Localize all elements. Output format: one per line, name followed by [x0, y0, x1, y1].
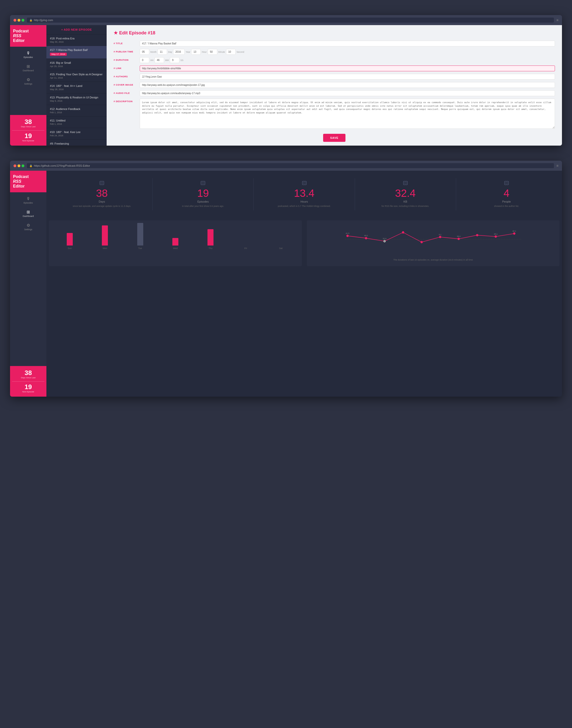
- episode-item[interactable]: #12: Audience Feedback Feb 1, 2016: [47, 105, 106, 117]
- settings-icon-2: ⚙: [26, 223, 30, 227]
- episode-item[interactable]: #15: Finding Your Own Style as A Designe…: [47, 70, 106, 82]
- episode-title: #11: Untitled: [50, 119, 103, 122]
- publish-month-input[interactable]: [140, 49, 149, 55]
- window-controls-2: [13, 164, 24, 167]
- sidebar-stats-1: 38 Days Since Last 19 Next Episode: [10, 115, 47, 146]
- episode-item[interactable]: #14: 180° · feat. H++ Land May 28, 2016: [47, 82, 106, 93]
- stat-card-title: Episodes: [156, 200, 249, 203]
- nav-settings-label: Settings: [24, 83, 32, 85]
- hour-unit-label: Hour: [202, 51, 207, 53]
- browser-menu-icon-2[interactable]: ≡: [557, 164, 559, 168]
- url-text-1: http://jjying.com: [34, 18, 53, 21]
- bar-group-mon: Mon: [89, 220, 121, 250]
- line-chart-desc: The durations of last 10 episodes vs. av…: [312, 259, 555, 261]
- bar-group-thu: Thu: [195, 220, 226, 250]
- nav-episodes[interactable]: 🎙 Episodes: [11, 49, 46, 61]
- svg-rect-1: [101, 182, 103, 184]
- sidebar-nav: 🎙 Episodes ⊞ Dashboard ⚙ Settings: [10, 47, 47, 90]
- app-layout-2: Podcast RSS Editor 🎙 Episodes ⊞ Dashboar…: [10, 171, 562, 397]
- browser-menu-icon[interactable]: ≡: [557, 18, 559, 22]
- brand-logo[interactable]: Podcast RSS Editor: [10, 25, 47, 47]
- nav-settings-2[interactable]: ⚙ Settings: [11, 221, 46, 233]
- duration-h-input[interactable]: [140, 57, 149, 63]
- mm-unit-label: MM: [165, 59, 169, 62]
- minimize-dot-2[interactable]: [17, 164, 20, 167]
- episode-date: Feb 1, 2016: [50, 111, 103, 114]
- minimize-dot[interactable]: [17, 19, 20, 21]
- line-chart-svg: 41.549.252.60.138.435.142.1: [312, 225, 555, 256]
- dashboard-icon-2: ⊞: [26, 210, 30, 214]
- nav-episodes-2[interactable]: 🎙 Episodes: [11, 194, 46, 207]
- link-input[interactable]: [140, 66, 555, 71]
- maximize-dot[interactable]: [21, 19, 24, 21]
- save-button[interactable]: SAVE: [323, 134, 346, 142]
- publish-day-input[interactable]: [157, 49, 167, 55]
- stat-card-number: 32.4: [359, 188, 452, 199]
- brand-text-2: Podcast RSS Editor: [13, 174, 44, 189]
- episodes-icon-2: 🎙: [26, 197, 30, 201]
- form-row-cover: # COVER IMAGE: [114, 82, 555, 88]
- address-bar-2[interactable]: 🔒 https://github.com/JJYing/Podcast-RSS-…: [27, 163, 554, 168]
- close-dot[interactable]: [13, 19, 16, 21]
- maximize-dot-2[interactable]: [21, 164, 24, 167]
- bar-day-label: Sun: [68, 247, 72, 250]
- stat-card-title: People: [460, 200, 553, 203]
- stat-card-people: 4 People showed in the author list.: [456, 178, 557, 210]
- add-episode-button[interactable]: + ADD NEW EPISODE: [47, 25, 106, 35]
- episode-item[interactable]: #9: Freelancing April 1, 2016: [47, 140, 106, 146]
- edit-panel-title: ★ Edit Episode #18: [114, 30, 555, 36]
- browser-window-2: 🔒 https://github.com/JJYing/Podcast-RSS-…: [10, 161, 562, 397]
- episode-item[interactable]: #13: Physicality & Realism in UI Design …: [47, 93, 106, 105]
- episode-item[interactable]: #18: Post-retina Era May 30, 2016: [47, 35, 106, 46]
- authors-input[interactable]: [140, 74, 555, 80]
- stat-card-icon: [56, 181, 148, 186]
- stat-card-number: 38: [56, 188, 148, 199]
- audio-controls: [140, 90, 555, 96]
- stat-divider-2: [12, 381, 45, 382]
- bar-chart: Sun Mon Tue Wed Thu Fri Sat: [54, 225, 297, 256]
- bar-group-sat: Sat: [265, 220, 296, 250]
- publish-controls: Month Day Year Hour Minute Second: [140, 49, 555, 55]
- cover-input[interactable]: [140, 82, 555, 88]
- publish-year-input[interactable]: [173, 49, 185, 55]
- nav-settings[interactable]: ⚙ Settings: [11, 75, 46, 88]
- chart-label: 42.1: [512, 230, 516, 232]
- publish-hour-input[interactable]: [191, 49, 201, 55]
- episode-item[interactable]: #10: 180° · feat. Kee Lee Feb 24, 2016: [47, 128, 106, 140]
- audio-input[interactable]: [140, 90, 555, 96]
- brand-logo-2[interactable]: Podcast RSS Editor: [10, 171, 47, 192]
- nav-dashboard-label: Dashboard: [22, 69, 33, 72]
- title-input[interactable]: [140, 41, 555, 47]
- nav-dashboard[interactable]: ⊞ Dashboard: [11, 62, 46, 74]
- chart-label: 49.2: [364, 235, 367, 237]
- chart-dot: [365, 237, 367, 239]
- desc-textarea[interactable]: Lorem ipsum dolor sit amet, consectetur …: [140, 98, 555, 129]
- bars-wrapper: [208, 220, 214, 246]
- bar-pink: [208, 229, 214, 246]
- publish-minute-input[interactable]: [208, 49, 217, 55]
- episode-date: May 17, 2016: [50, 53, 67, 56]
- sidebar-stats-2: 38 Days Since Last 19 Next Episode: [10, 366, 47, 397]
- episode-date: Apr 11, 2016: [50, 77, 103, 79]
- ss-unit-label: SS: [181, 59, 184, 62]
- bar-chart-container: Sun Mon Tue Wed Thu Fri Sat: [49, 220, 302, 266]
- nav-settings-label-2: Settings: [24, 228, 32, 231]
- duration-m-input[interactable]: [154, 57, 164, 63]
- bars-wrapper: [137, 220, 143, 246]
- episode-item[interactable]: #17: 'I Wanna Play Basket Ball' May 17, …: [47, 46, 106, 59]
- form-row-duration: # DURATION HH MM SS: [114, 57, 555, 63]
- address-bar-1[interactable]: 🔒 http://jjying.com: [27, 17, 554, 22]
- publish-second-input[interactable]: [226, 49, 235, 55]
- close-dot-2[interactable]: [13, 164, 16, 167]
- browser-window-1: 🔒 http://jjying.com ≡ Podcast RSS Editor…: [10, 15, 562, 146]
- chart-label: 41.5: [346, 232, 349, 235]
- form-row-authors: # AUTHORS: [114, 74, 555, 80]
- duration-s-input[interactable]: [170, 57, 180, 63]
- episode-item[interactable]: #16: Big or Small Apr 29, 2016: [47, 59, 106, 70]
- form-row-title: # TITLE: [114, 41, 555, 47]
- lock-icon: 🔒: [29, 19, 32, 21]
- episode-item[interactable]: #11: Untitled Feb 1, 2016: [47, 117, 106, 128]
- desc-label: # DESCRIPTION: [114, 98, 136, 103]
- bars-wrapper: [172, 220, 178, 246]
- nav-dashboard-2[interactable]: ⊞ Dashboard: [11, 208, 46, 220]
